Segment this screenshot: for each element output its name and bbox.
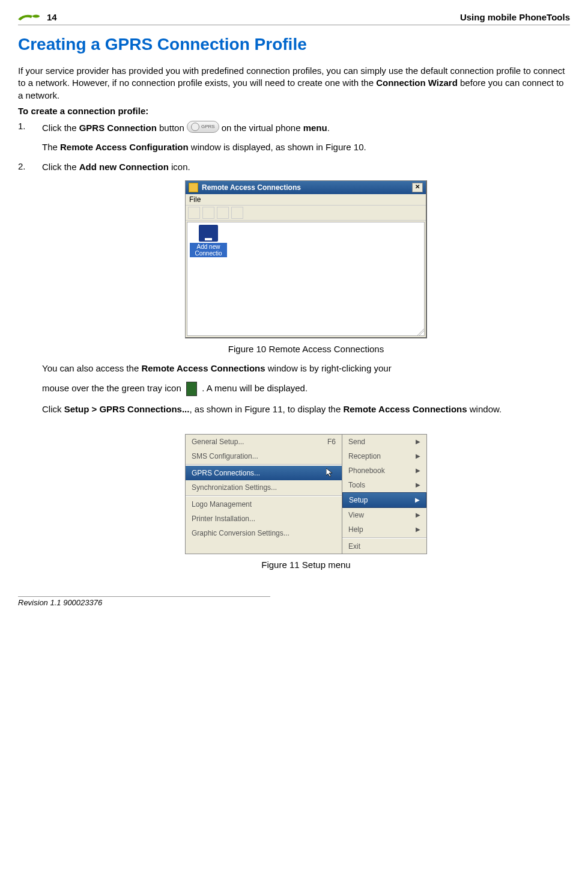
menu-phonebook[interactable]: Phonebook▶ bbox=[342, 463, 426, 478]
gprs-button-icon: GPRS bbox=[187, 121, 219, 133]
click-setup-text: Click Setup > GPRS Connections..., as sh… bbox=[42, 403, 570, 415]
menu-graphic-conv[interactable]: Graphic Conversion Settings... bbox=[186, 526, 342, 540]
toolbar-button-3[interactable] bbox=[217, 207, 229, 219]
resize-grip-icon[interactable] bbox=[416, 327, 424, 335]
page-number: 14 bbox=[47, 12, 57, 22]
menu-exit[interactable]: Exit bbox=[342, 539, 426, 554]
connection-icon bbox=[199, 225, 218, 242]
cursor-icon bbox=[326, 468, 336, 478]
menu-view[interactable]: View▶ bbox=[342, 508, 426, 522]
header-title: Using mobile PhoneTools bbox=[460, 12, 570, 22]
menu-gprs-connections[interactable]: GPRS Connections... bbox=[186, 466, 342, 480]
chevron-right-icon: ▶ bbox=[416, 467, 420, 474]
left-context-menu: General Setup... F6 SMS Configuration...… bbox=[185, 434, 342, 554]
toolbar-button-1[interactable] bbox=[188, 207, 200, 219]
step-2: 2. Click the Add new Connection icon. Re… bbox=[18, 161, 570, 578]
logo-icon bbox=[18, 13, 42, 22]
figure-10-caption: Figure 10 Remote Access Connections bbox=[42, 343, 570, 355]
tray-icon bbox=[186, 382, 197, 396]
window-titlebar: Remote Access Connections ✕ bbox=[186, 181, 426, 194]
chevron-right-icon: ▶ bbox=[416, 481, 420, 488]
footer-revision: Revision 1.1 900023376 bbox=[18, 598, 570, 607]
menu-help[interactable]: Help▶ bbox=[342, 522, 426, 537]
chevron-right-icon: ▶ bbox=[415, 496, 420, 503]
chevron-right-icon: ▶ bbox=[416, 526, 420, 533]
close-icon[interactable]: ✕ bbox=[412, 183, 423, 192]
step-1-number: 1. bbox=[18, 121, 30, 161]
step-1-followup: The Remote Access Configuration window i… bbox=[42, 141, 570, 153]
menu-printer-install[interactable]: Printer Installation... bbox=[186, 512, 342, 526]
remote-access-window: Remote Access Connections ✕ File Add new… bbox=[185, 180, 427, 338]
add-new-connection-item[interactable]: Add new Connectio bbox=[190, 225, 227, 257]
chevron-right-icon: ▶ bbox=[416, 453, 420, 459]
window-title-text: Remote Access Connections bbox=[202, 183, 301, 192]
svg-point-0 bbox=[32, 14, 40, 17]
chevron-right-icon: ▶ bbox=[416, 512, 420, 518]
toolbar-button-2[interactable] bbox=[202, 207, 214, 219]
figure-11-caption: Figure 11 Setup menu bbox=[42, 559, 570, 571]
to-create-label: To create a connection profile: bbox=[18, 105, 570, 117]
step-1-text: Click the GPRS Connection button GPRS on… bbox=[42, 121, 570, 134]
page-title: Creating a GPRS Connection Profile bbox=[18, 35, 570, 54]
item-label-line2: Connectio bbox=[195, 250, 222, 257]
menu-tools[interactable]: Tools▶ bbox=[342, 478, 426, 492]
menu-logo-mgmt[interactable]: Logo Management bbox=[186, 497, 342, 512]
menu-file[interactable]: File bbox=[186, 194, 426, 206]
menu-sms-config[interactable]: SMS Configuration... bbox=[186, 449, 342, 463]
toolbar bbox=[186, 206, 426, 221]
step-2-number: 2. bbox=[18, 161, 30, 578]
page-header: 14 Using mobile PhoneTools bbox=[18, 12, 570, 22]
access-text-1: You can also access the Remote Access Co… bbox=[42, 362, 570, 374]
menu-reception[interactable]: Reception▶ bbox=[342, 449, 426, 463]
item-label-line1: Add new bbox=[197, 243, 220, 250]
chevron-right-icon: ▶ bbox=[416, 438, 420, 445]
step-1: 1. Click the GPRS Connection button GPRS… bbox=[18, 121, 570, 161]
toolbar-button-4[interactable] bbox=[231, 207, 243, 219]
access-text-2: mouse over the the green tray icon . A m… bbox=[42, 382, 570, 396]
step-2-text: Click the Add new Connection icon. bbox=[42, 161, 570, 173]
window-app-icon bbox=[189, 183, 198, 192]
intro-text: If your service provider has provided yo… bbox=[18, 65, 570, 102]
menu-general-setup[interactable]: General Setup... F6 bbox=[186, 435, 342, 449]
right-context-menu: Send▶ Reception▶ Phonebook▶ Tools▶ Setup… bbox=[342, 434, 427, 554]
setup-menu-figure: General Setup... F6 SMS Configuration...… bbox=[42, 434, 570, 554]
menu-sync-settings[interactable]: Synchronization Settings... bbox=[186, 480, 342, 495]
menu-send[interactable]: Send▶ bbox=[342, 435, 426, 449]
menu-setup[interactable]: Setup▶ bbox=[342, 492, 426, 508]
